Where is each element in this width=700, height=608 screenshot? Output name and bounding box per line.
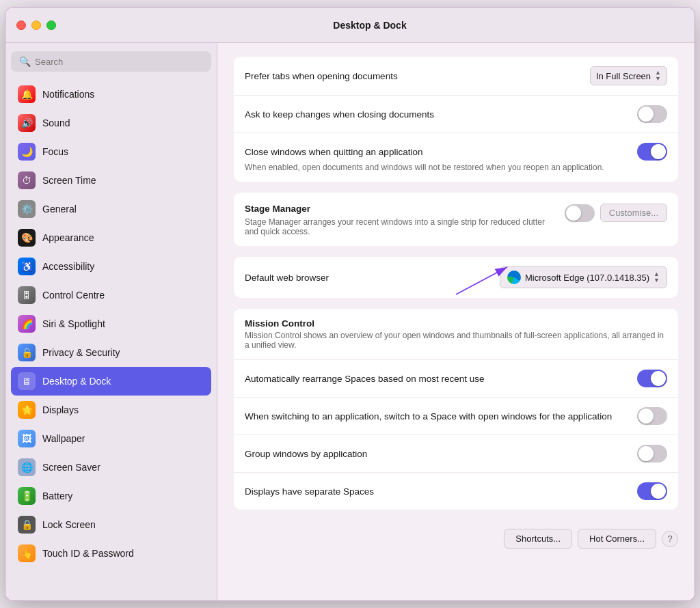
sidebar-item-label: Displays bbox=[42, 404, 79, 415]
wallpaper-icon: 🖼 bbox=[18, 430, 36, 447]
search-input[interactable] bbox=[35, 57, 203, 67]
mission-setting-1: When switching to an application, switch… bbox=[234, 398, 678, 435]
close-windows-row: Close windows when quitting an applicati… bbox=[234, 133, 678, 182]
sidebar-item-label: Lock Screen bbox=[42, 519, 96, 530]
displays-icon: 🌟 bbox=[18, 401, 36, 419]
close-windows-toggle[interactable] bbox=[637, 143, 667, 161]
sidebar: 🔍 🔔 Notifications 🔊 Sound 🌙 Focus ⏱ Scre… bbox=[5, 43, 217, 600]
battery-icon: 🔋 bbox=[18, 487, 36, 505]
main-content: 🔍 🔔 Notifications 🔊 Sound 🌙 Focus ⏱ Scre… bbox=[5, 43, 695, 600]
close-button[interactable] bbox=[16, 20, 26, 30]
traffic-lights bbox=[16, 20, 56, 30]
sidebar-item-label: Battery bbox=[42, 490, 72, 501]
ask-changes-row: Ask to keep changes when closing documen… bbox=[234, 96, 678, 133]
toggle-knob bbox=[566, 206, 581, 221]
browser-section: Default web browser Microsoft Edge (107.… bbox=[234, 257, 678, 298]
sidebar-item-focus[interactable]: 🌙 Focus bbox=[11, 137, 211, 166]
select-arrows-icon: ▲ ▼ bbox=[654, 271, 660, 284]
controlcentre-icon: 🎛 bbox=[18, 286, 36, 304]
mission-setting-2: Group windows by application bbox=[234, 435, 678, 473]
screensaver-icon: 🌐 bbox=[18, 458, 36, 476]
mission-setting-toggle-3[interactable] bbox=[637, 482, 667, 500]
shortcuts-button[interactable]: Shortcuts... bbox=[504, 529, 572, 549]
help-button[interactable]: ? bbox=[662, 531, 678, 547]
title-bar: Desktop & Dock bbox=[5, 8, 695, 43]
mission-setting-3: Displays have separate Spaces bbox=[234, 473, 678, 510]
customise-button[interactable]: Customise... bbox=[600, 204, 667, 222]
prefer-tabs-label: Prefer tabs when opening documents bbox=[245, 71, 590, 81]
sidebar-item-controlcentre[interactable]: 🎛 Control Centre bbox=[11, 281, 211, 309]
general-icon: ⚙️ bbox=[18, 200, 36, 218]
mission-setting-0: Automatically rearrange Spaces based on … bbox=[234, 360, 678, 398]
sidebar-item-siri[interactable]: 🌈 Siri & Spotlight bbox=[11, 309, 211, 338]
accessibility-icon: ♿ bbox=[18, 258, 36, 275]
sidebar-item-label: Notifications bbox=[42, 89, 94, 100]
mission-setting-label-1: When switching to an application, switch… bbox=[245, 411, 637, 422]
desktopdock-icon: 🖥 bbox=[18, 372, 36, 390]
mission-setting-label-2: Group windows by application bbox=[245, 449, 637, 459]
search-icon: 🔍 bbox=[19, 56, 31, 67]
sidebar-item-desktopdock[interactable]: 🖥 Desktop & Dock bbox=[11, 367, 211, 396]
sidebar-item-notifications[interactable]: 🔔 Notifications bbox=[11, 80, 211, 109]
mission-setting-label-0: Automatically rearrange Spaces based on … bbox=[245, 374, 637, 384]
focus-icon: 🌙 bbox=[18, 143, 36, 161]
mission-setting-toggle-1[interactable] bbox=[637, 407, 667, 425]
sidebar-item-general[interactable]: ⚙️ General bbox=[11, 195, 211, 223]
stage-manager-sublabel: Stage Manager arranges your recent windo… bbox=[245, 217, 556, 236]
sidebar-item-touchid[interactable]: 👆 Touch ID & Password bbox=[11, 539, 211, 568]
sidebar-item-battery[interactable]: 🔋 Battery bbox=[11, 482, 211, 510]
sidebar-item-label: Accessibility bbox=[42, 261, 94, 272]
edge-icon bbox=[507, 271, 521, 284]
sidebar-item-lockscreen[interactable]: 🔒 Lock Screen bbox=[11, 510, 211, 539]
touchid-icon: 👆 bbox=[18, 544, 36, 562]
mission-control-label: Mission Control bbox=[245, 318, 314, 329]
prefer-tabs-row: Prefer tabs when opening documents In Fu… bbox=[234, 57, 678, 96]
sidebar-item-screensaver[interactable]: 🌐 Screen Saver bbox=[11, 453, 211, 482]
content-area: Prefer tabs when opening documents In Fu… bbox=[217, 43, 695, 600]
notifications-icon: 🔔 bbox=[18, 85, 36, 103]
sidebar-item-label: Control Centre bbox=[42, 290, 105, 301]
sidebar-item-label: General bbox=[42, 204, 77, 215]
mission-control-sublabel: Mission Control shows an overview of you… bbox=[245, 331, 667, 350]
sidebar-item-label: Wallpaper bbox=[42, 433, 85, 444]
lockscreen-icon: 🔒 bbox=[18, 516, 36, 534]
mission-setting-1-inline: When switching to an application, switch… bbox=[245, 407, 667, 425]
browser-select[interactable]: Microsoft Edge (107.0.1418.35) ▲ ▼ bbox=[500, 266, 667, 288]
sidebar-item-label: Screen Saver bbox=[42, 462, 100, 473]
prefer-tabs-select[interactable]: In Full Screen ▲ ▼ bbox=[590, 66, 667, 85]
toggle-knob bbox=[651, 144, 666, 159]
maximize-button[interactable] bbox=[46, 20, 56, 30]
sidebar-item-label: Siri & Spotlight bbox=[42, 318, 105, 329]
sidebar-item-displays[interactable]: 🌟 Displays bbox=[11, 396, 211, 424]
close-windows-label: Close windows when quitting an applicati… bbox=[245, 147, 637, 157]
sidebar-item-label: Appearance bbox=[42, 232, 94, 243]
mission-setting-toggle-2[interactable] bbox=[637, 445, 667, 462]
sidebar-item-label: Desktop & Dock bbox=[42, 376, 111, 387]
prefer-tabs-value: In Full Screen bbox=[596, 71, 651, 81]
mission-setting-toggle-0[interactable] bbox=[637, 370, 667, 387]
stage-manager-row: Stage Manager Stage Manager arranges you… bbox=[234, 193, 678, 246]
close-windows-inline: Close windows when quitting an applicati… bbox=[245, 143, 667, 161]
sidebar-item-accessibility[interactable]: ♿ Accessibility bbox=[11, 252, 211, 281]
sidebar-item-label: Touch ID & Password bbox=[42, 548, 134, 559]
sidebar-item-appearance[interactable]: 🎨 Appearance bbox=[11, 223, 211, 252]
sidebar-item-screentime[interactable]: ⏱ Screen Time bbox=[11, 166, 211, 195]
close-windows-sublabel: When enabled, open documents and windows… bbox=[245, 163, 604, 172]
system-preferences-window: Desktop & Dock 🔍 🔔 Notifications 🔊 Sound… bbox=[5, 7, 695, 601]
ask-changes-toggle[interactable] bbox=[637, 105, 667, 123]
toggle-knob bbox=[638, 107, 654, 122]
sidebar-item-privacy[interactable]: 🔒 Privacy & Security bbox=[11, 338, 211, 367]
sidebar-item-label: Sound bbox=[42, 118, 70, 128]
stage-manager-section: Stage Manager Stage Manager arranges you… bbox=[234, 193, 678, 246]
stage-manager-controls: Customise... bbox=[565, 202, 667, 222]
sidebar-item-label: Focus bbox=[42, 146, 68, 157]
sidebar-item-sound[interactable]: 🔊 Sound bbox=[11, 109, 211, 137]
search-bar[interactable]: 🔍 bbox=[11, 51, 211, 72]
tabs-windows-section: Prefer tabs when opening documents In Fu… bbox=[234, 57, 678, 182]
sidebar-item-wallpaper[interactable]: 🖼 Wallpaper bbox=[11, 424, 211, 453]
minimize-button[interactable] bbox=[31, 20, 41, 30]
toggle-knob bbox=[651, 484, 666, 499]
stage-manager-toggle[interactable] bbox=[565, 204, 595, 222]
hot-corners-button[interactable]: Hot Corners... bbox=[578, 529, 656, 549]
toggle-knob bbox=[651, 371, 666, 386]
